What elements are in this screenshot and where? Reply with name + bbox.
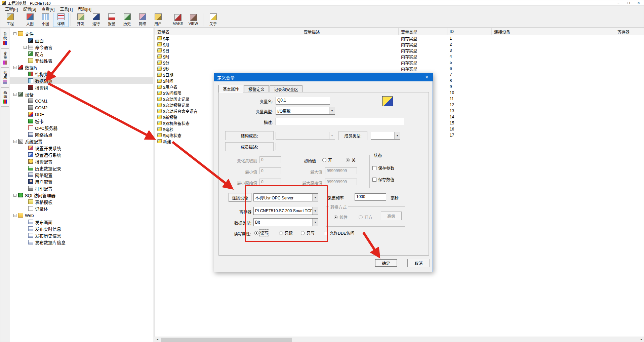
tree-item-数据词典[interactable]: 数据词典 — [10, 77, 153, 84]
collect-freq-input[interactable]: 1000 — [355, 193, 386, 201]
toolbar-button-MAKE[interactable]: MAKE — [170, 13, 186, 27]
side-tab-站点[interactable]: 站点 — [1, 68, 9, 87]
initial-off-radio[interactable]: 关 — [346, 157, 356, 163]
tree-item-网络配置[interactable]: 网络配置 — [10, 172, 153, 178]
column-header-连接设备[interactable]: 连接设备 — [492, 28, 615, 35]
tree-item-用户配置[interactable]: 用户配置 — [10, 178, 153, 185]
variable-row[interactable]: $秒内存实型6 — [155, 66, 644, 72]
close-button[interactable]: ✕ — [634, 0, 644, 5]
collapse-icon[interactable]: - — [13, 214, 16, 217]
save-param-checkbox[interactable]: 保存参数 — [372, 165, 394, 171]
column-header-寄存器[interactable]: 寄存器 — [615, 28, 644, 35]
initial-on-radio[interactable]: 开 — [322, 157, 332, 163]
connect-device-button[interactable]: 连接设备 — [229, 193, 251, 202]
variable-row[interactable]: $月内存实型2 — [155, 41, 644, 47]
tree-item-发布数据库信息[interactable]: 发布数据库信息 — [10, 239, 153, 245]
collapse-icon[interactable]: - — [13, 140, 16, 143]
variable-row[interactable]: $时内存实型4 — [155, 53, 644, 60]
column-header-变量名[interactable]: 变量名 — [155, 28, 301, 35]
tree-item-COM1[interactable]: COM1 — [10, 98, 153, 104]
chevron-down-icon[interactable]: ▼ — [394, 132, 400, 139]
tree-item-网络站点[interactable]: 网络站点 — [10, 131, 153, 138]
variable-name-input[interactable]: Q0.1 — [276, 97, 330, 105]
chevron-down-icon[interactable]: ▼ — [312, 207, 318, 215]
member-type-select[interactable]: ▼ — [371, 132, 400, 140]
side-tab-画面[interactable]: 画面 — [1, 87, 9, 107]
toolbar-button-小图[interactable]: 小图 — [38, 13, 53, 27]
scrollbar-thumb[interactable] — [161, 338, 292, 342]
collapse-icon[interactable]: - — [13, 194, 16, 197]
side-tab-变量[interactable]: 变量 — [1, 48, 9, 68]
tree-item-数据库[interactable]: -数据库 — [10, 64, 153, 71]
tree-item-发布历史信息[interactable]: 发布历史信息 — [10, 232, 153, 239]
tree-item-设置开发系统[interactable]: 设置开发系统 — [10, 145, 153, 151]
toolbar-button-用户[interactable]: 用户 — [150, 13, 166, 27]
column-header-变量类型[interactable]: 变量类型 — [399, 28, 447, 35]
register-select[interactable]: PLCNET510.S7-200 Smart TCP▼ — [253, 207, 318, 215]
side-tab-系统[interactable]: 系统 — [1, 29, 9, 48]
toolbar-button-历史[interactable]: 历史 — [119, 13, 135, 27]
column-header-ID[interactable]: ID — [447, 28, 492, 35]
tree-item-设备[interactable]: -设备 — [10, 91, 153, 98]
toolbar-button-工程[interactable]: 工程 — [2, 13, 18, 27]
toolbar-button-运行[interactable]: 运行 — [88, 13, 104, 27]
scroll-right-icon[interactable]: ► — [639, 337, 644, 342]
tree-item-记录体[interactable]: 记录体 — [10, 205, 153, 212]
tree-item-设置运行系统[interactable]: 设置运行系统 — [10, 151, 153, 158]
tree-item-DDE[interactable]: DDE — [10, 111, 153, 118]
scroll-left-icon[interactable]: ◄ — [155, 337, 160, 342]
dialog-close-icon[interactable]: ✕ — [421, 73, 433, 81]
rw-radio-读写[interactable]: 读写 — [254, 230, 268, 236]
menu-item[interactable]: 查看[V] — [39, 6, 57, 12]
column-header-变量描述[interactable]: 变量描述 — [301, 28, 399, 35]
tree-item-SQL访问管理器[interactable]: -SQL访问管理器 — [10, 192, 153, 198]
tree-item-发布实时信息[interactable]: 发布实时信息 — [10, 225, 153, 232]
chevron-down-icon[interactable]: ▼ — [329, 107, 335, 114]
cancel-button[interactable]: 取消 — [407, 259, 430, 267]
tree-item-报警组[interactable]: 报警组 — [10, 84, 153, 91]
collapse-icon[interactable]: - — [13, 32, 16, 35]
toolbar-button-开发[interactable]: 开发 — [73, 13, 88, 27]
dialog-tab-记录和安全区[interactable]: 记录和安全区 — [270, 85, 303, 92]
toolbar-button-报警[interactable]: 报警 — [104, 13, 119, 27]
tree-item-OPC服务器[interactable]: OPC服务器 — [10, 124, 153, 131]
tree-item-历史数据记录[interactable]: 历史数据记录 — [10, 165, 153, 172]
tree-item-COM2[interactable]: COM2 — [10, 104, 153, 111]
chevron-down-icon[interactable]: ▼ — [312, 194, 318, 201]
menu-item[interactable]: 工具[T] — [57, 6, 75, 12]
toolbar-button-网络[interactable]: 网络 — [135, 13, 150, 27]
tree-item-画面[interactable]: 画面 — [10, 37, 153, 44]
variable-row[interactable]: $日内存实型3 — [155, 47, 644, 53]
variable-row[interactable]: $年内存实型1 — [155, 35, 644, 41]
tree-item-打印配置[interactable]: 打印配置 — [10, 185, 153, 192]
collapse-icon[interactable]: - — [13, 93, 16, 96]
tree-item-Web[interactable]: -Web — [10, 212, 153, 219]
tree-item-发布画面[interactable]: 发布画面 — [10, 219, 153, 225]
tree-item-表格模板[interactable]: 表格模板 — [10, 198, 153, 205]
menu-item[interactable]: 工程[F] — [2, 6, 21, 12]
toolbar-button-大图[interactable]: 大图 — [22, 13, 38, 27]
variable-type-select[interactable]: I/O离散▼ — [276, 107, 335, 115]
toolbar-button-关于[interactable]: 关于 — [205, 13, 221, 27]
toolbar-button-详细[interactable]: 详细 — [53, 13, 69, 27]
variable-row[interactable]: $分内存实型5 — [155, 60, 644, 66]
chevron-down-icon[interactable]: ▼ — [312, 219, 318, 226]
tree-item-报警配置[interactable]: 报警配置 — [10, 158, 153, 165]
tree-item-配方[interactable]: 配方 — [10, 50, 153, 57]
ok-button[interactable]: 确定 — [375, 259, 397, 267]
menu-item[interactable]: 配置[S] — [21, 6, 39, 12]
dialog-title-bar[interactable]: 定义变量 ✕ — [214, 73, 433, 81]
expand-icon[interactable]: + — [24, 46, 27, 49]
tree-item-非线性表[interactable]: 非线性表 — [10, 57, 153, 64]
dialog-tab-基本属性[interactable]: 基本属性 — [218, 85, 243, 92]
toolbar-button-VIEW[interactable]: VIEW — [186, 13, 201, 27]
collapse-icon[interactable]: - — [13, 66, 16, 69]
tree-item-系统配置[interactable]: -系统配置 — [10, 138, 153, 145]
save-value-checkbox[interactable]: 保存数值 — [372, 177, 394, 182]
tree-item-文件[interactable]: -文件 — [10, 30, 153, 37]
maximize-button[interactable]: ❐ — [623, 0, 634, 5]
description-input[interactable] — [276, 118, 404, 125]
tree-item-结构变量[interactable]: 结构变量 — [10, 71, 153, 77]
tree-item-命令语言[interactable]: +命令语言 — [10, 44, 153, 50]
rw-radio-只读[interactable]: 只读 — [279, 230, 293, 236]
